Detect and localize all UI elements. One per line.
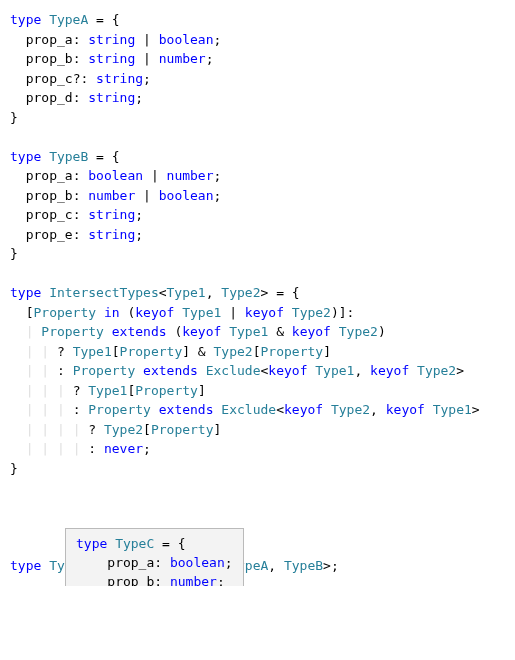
tooltip-code: type TypeC = { prop_a: boolean; prop_b: … (76, 535, 233, 586)
code-block: type TypeA = { prop_a: string | boolean;… (10, 10, 505, 576)
punct: < (276, 402, 284, 417)
type-ref: boolean (170, 555, 225, 570)
punct: >; (323, 558, 339, 573)
type-ref: Type1 (433, 402, 472, 417)
keyword-keyof: keyof (268, 363, 315, 378)
keyword-keyof: keyof (386, 402, 433, 417)
type-ref: TypeB (284, 558, 323, 573)
ternary-q: ? (73, 383, 89, 398)
type-ref: Exclude (206, 363, 261, 378)
punct: [ (143, 422, 151, 437)
ternary-q: ? (88, 422, 104, 437)
prop-name: prop_c (26, 207, 73, 222)
type-ref: Property (73, 363, 136, 378)
keyword-never: never (104, 441, 143, 456)
keyword-type: type (10, 285, 41, 300)
punct: < (159, 285, 167, 300)
punct: } (10, 246, 18, 261)
prop-name: prop_b (26, 188, 73, 203)
keyword-keyof: keyof (284, 402, 331, 417)
keyword-in: in (96, 305, 127, 320)
punct: ] (198, 383, 206, 398)
type-ref: string (88, 32, 135, 47)
type-name: TypeB (49, 149, 88, 164)
punct: = { (88, 149, 119, 164)
type-param: Type2 (221, 285, 260, 300)
punct: & (268, 324, 291, 339)
type-ref: Property (135, 383, 198, 398)
mapped-key: Property (33, 305, 96, 320)
punct: ] (323, 344, 331, 359)
punct: [ (253, 344, 261, 359)
keyword-type: type (10, 12, 41, 27)
punct: & (190, 344, 213, 359)
type-ref: Property (88, 402, 151, 417)
ternary-q: ? (57, 344, 73, 359)
prop-name: prop_a (26, 168, 73, 183)
type-ref: string (88, 90, 135, 105)
type-ref: boolean (88, 168, 143, 183)
prop-name: prop_b (107, 574, 154, 586)
punct: , (354, 363, 370, 378)
punct: , (370, 402, 386, 417)
punct: = { (268, 285, 299, 300)
type-ref: number (88, 188, 135, 203)
type-ref: boolean (159, 188, 214, 203)
type-name: TypeC (115, 536, 154, 551)
punct: > (456, 363, 464, 378)
keyword-keyof: keyof (245, 305, 292, 320)
punct: ; (143, 441, 151, 456)
ternary-c: : (88, 441, 104, 456)
prop-name: prop_e (26, 227, 73, 242)
prop-name: prop_a (107, 555, 154, 570)
keyword-extends: extends (104, 324, 174, 339)
prop-name: prop_b (26, 51, 73, 66)
prop-name: prop_c (26, 71, 73, 86)
type-ref: number (159, 51, 206, 66)
keyword-type: type (10, 558, 41, 573)
type-name: IntersectTypes (49, 285, 159, 300)
type-name: TypeA (49, 12, 88, 27)
type-ref: Type1 (229, 324, 268, 339)
punct: | (221, 305, 244, 320)
type-ref: Type1 (88, 383, 127, 398)
prop-name: prop_d (26, 90, 73, 105)
punct: } (10, 110, 18, 125)
punct: [ (112, 344, 120, 359)
prop-name: prop_a (26, 32, 73, 47)
punct: > (472, 402, 480, 417)
ternary-c: : (73, 402, 89, 417)
type-param: Type1 (167, 285, 206, 300)
type-ref: number (167, 168, 214, 183)
type-ref: string (96, 71, 143, 86)
type-ref: Type1 (73, 344, 112, 359)
punct: ] (182, 344, 190, 359)
keyword-type: type (10, 149, 41, 164)
type-ref: Type2 (417, 363, 456, 378)
hover-tooltip: type TypeC = { prop_a: boolean; prop_b: … (65, 528, 244, 586)
type-ref: Type1 (315, 363, 354, 378)
punct: ) (331, 305, 339, 320)
keyword-keyof: keyof (135, 305, 182, 320)
type-ref: Type2 (214, 344, 253, 359)
type-ref: Type2 (331, 402, 370, 417)
keyword-extends: extends (135, 363, 205, 378)
type-ref: Property (120, 344, 183, 359)
type-ref: string (88, 207, 135, 222)
punct: = { (154, 536, 185, 551)
ternary-c: : (57, 363, 73, 378)
type-ref: Type2 (339, 324, 378, 339)
keyword-keyof: keyof (292, 324, 339, 339)
keyword-keyof: keyof (182, 324, 229, 339)
keyword-keyof: keyof (370, 363, 417, 378)
type-ref: Property (41, 324, 104, 339)
optional-marker: ? (73, 71, 81, 86)
punct: } (10, 461, 18, 476)
type-ref: Type2 (104, 422, 143, 437)
punct: ]: (339, 305, 355, 320)
type-ref: Type1 (182, 305, 221, 320)
type-ref: string (88, 227, 135, 242)
punct: , (206, 285, 222, 300)
keyword-type: type (76, 536, 107, 551)
type-ref: string (88, 51, 135, 66)
